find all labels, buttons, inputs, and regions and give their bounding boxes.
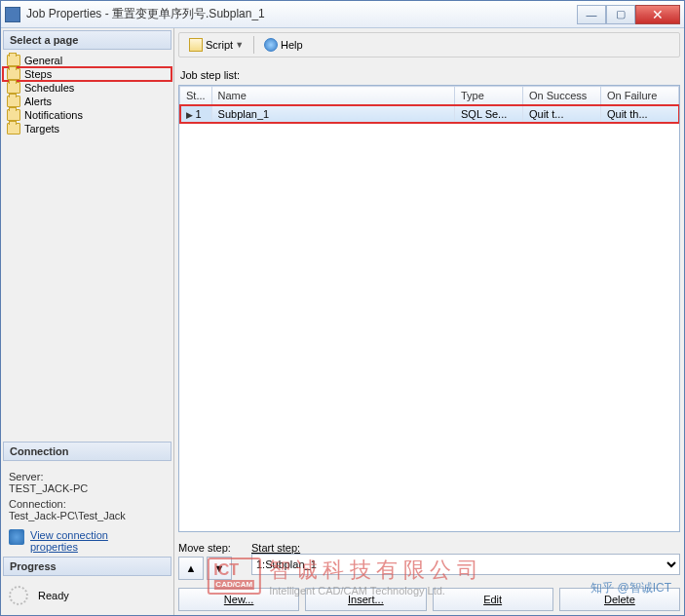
server-label: Server: (9, 471, 166, 482)
sidebar-item-label: General (24, 55, 62, 66)
select-page-header: Select a page (3, 30, 171, 50)
sidebar: Select a page General Steps Schedules Al… (1, 28, 174, 615)
minimize-button[interactable]: — (577, 5, 606, 24)
progress-panel: Ready (3, 578, 171, 613)
connection-panel: Server: TEST_JACK-PC Connection: Test_Ja… (3, 463, 171, 557)
folder-icon (7, 123, 20, 135)
sidebar-item-general[interactable]: General (3, 54, 171, 67)
server-value: TEST_JACK-PC (9, 482, 166, 494)
chevron-down-icon: ▼ (235, 40, 244, 50)
connection-value: Test_Jack-PC\Test_Jack (9, 510, 166, 521)
start-step-label: Start step: (251, 542, 300, 554)
move-up-button[interactable]: ▲ (178, 557, 204, 580)
sidebar-item-schedules[interactable]: Schedules (3, 81, 171, 95)
page-nav: General Steps Schedules Alerts Notificat… (3, 52, 171, 137)
sidebar-item-label: Alerts (24, 96, 52, 107)
close-button[interactable]: ✕ (635, 5, 680, 24)
delete-button[interactable]: Delete (559, 588, 680, 611)
help-icon (264, 38, 278, 52)
cell-step: 1 (196, 108, 202, 120)
start-step-select[interactable]: 1:Subplan_1 (251, 554, 680, 575)
sidebar-item-alerts[interactable]: Alerts (3, 95, 171, 108)
toolbar: Script ▼ Help (178, 32, 680, 58)
insert-button[interactable]: Insert... (305, 588, 426, 611)
edit-button[interactable]: Edit (433, 588, 553, 611)
col-on-failure[interactable]: On Failure (601, 87, 679, 105)
col-on-success[interactable]: On Success (523, 87, 601, 105)
col-name[interactable]: Name (211, 87, 454, 105)
view-connection-link[interactable]: View connectionproperties (30, 529, 108, 553)
sidebar-item-label: Targets (24, 123, 59, 135)
toolbar-separator (253, 36, 254, 54)
move-step-label: Move step: (178, 542, 232, 554)
window-title: Job Properties - 重置变更单序列号.Subplan_1 (26, 6, 577, 22)
new-button[interactable]: New... (178, 588, 299, 611)
row-pointer-icon: ▶ (186, 110, 193, 120)
app-icon (5, 7, 20, 22)
script-button[interactable]: Script ▼ (185, 36, 247, 54)
sidebar-item-targets[interactable]: Targets (3, 122, 171, 135)
help-label: Help (281, 39, 303, 51)
cell-type: SQL Se... (455, 105, 523, 124)
folder-icon (7, 109, 20, 121)
col-step[interactable]: St... (180, 87, 212, 105)
connection-label: Connection: (9, 498, 166, 510)
folder-icon (7, 96, 20, 107)
sidebar-item-label: Notifications (24, 109, 83, 121)
sidebar-item-notifications[interactable]: Notifications (3, 108, 171, 122)
folder-icon (7, 82, 20, 94)
cell-name: Subplan_1 (211, 105, 454, 124)
progress-status: Ready (38, 590, 69, 601)
main-panel: Script ▼ Help Job step list: St... Name (174, 28, 684, 615)
maximize-button[interactable]: ▢ (606, 5, 635, 24)
sidebar-item-label: Schedules (24, 82, 74, 94)
cell-on-success: Quit t... (523, 105, 601, 124)
titlebar: Job Properties - 重置变更单序列号.Subplan_1 — ▢ … (1, 1, 684, 28)
connection-icon (9, 529, 24, 545)
folder-icon (7, 68, 20, 80)
script-label: Script (206, 39, 233, 51)
script-icon (189, 38, 203, 52)
help-button[interactable]: Help (260, 36, 307, 54)
table-row[interactable]: ▶ 1 Subplan_1 SQL Se... Quit t... Quit t… (180, 105, 679, 124)
move-down-button[interactable]: ▼ (207, 557, 232, 580)
progress-header: Progress (3, 557, 171, 576)
progress-spinner-icon (9, 586, 28, 605)
connection-header: Connection (3, 442, 171, 461)
folder-icon (7, 55, 20, 66)
sidebar-item-label: Steps (24, 68, 52, 80)
job-step-list-label: Job step list: (180, 69, 680, 81)
col-type[interactable]: Type (455, 87, 523, 105)
job-step-table[interactable]: St... Name Type On Success On Failure ▶ … (178, 85, 680, 532)
sidebar-item-steps[interactable]: Steps (3, 67, 171, 81)
cell-on-failure: Quit th... (601, 105, 679, 124)
